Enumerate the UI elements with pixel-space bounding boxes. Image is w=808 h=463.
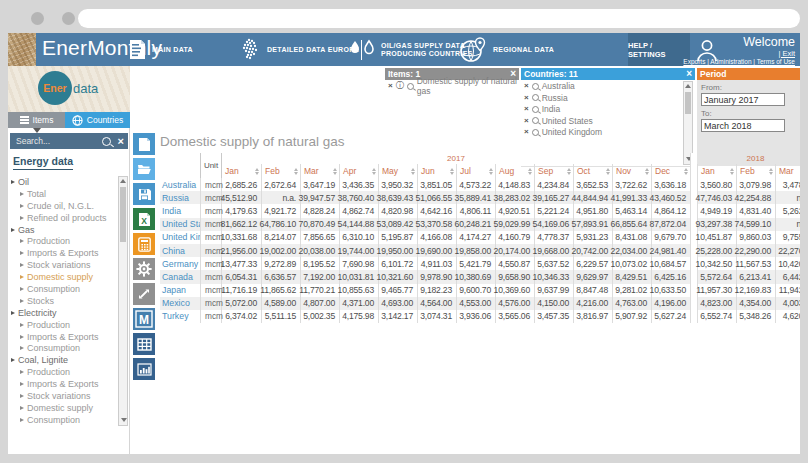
scroll-up-icon[interactable] — [120, 179, 126, 183]
tree-item-refined-oil-products[interactable]: Refined oil products — [11, 212, 117, 224]
period-from-input[interactable] — [701, 93, 785, 106]
sort-icon[interactable] — [372, 168, 376, 175]
settings-gear-button[interactable] — [133, 258, 155, 280]
tree-scrollbar[interactable] — [118, 176, 128, 426]
sort-icon[interactable] — [684, 168, 688, 175]
exit-link[interactable]: | Exit — [778, 49, 795, 58]
month-header[interactable]: Feb — [736, 164, 775, 178]
sort-icon[interactable] — [255, 168, 259, 175]
tree-item-consumption[interactable]: Consumption — [11, 283, 117, 295]
sort-icon[interactable] — [645, 168, 649, 175]
sort-icon[interactable] — [333, 168, 337, 175]
bar-chart-button[interactable] — [133, 358, 155, 380]
zoom-country-icon[interactable] — [532, 117, 539, 124]
tree-item-imports-exports[interactable]: Imports & Exports — [11, 378, 117, 390]
tree-item-domestic-supply[interactable]: Domestic supply — [11, 402, 117, 414]
country-link[interactable]: Mexico — [160, 297, 200, 310]
month-header[interactable]: Jan — [222, 164, 261, 178]
sort-icon[interactable] — [567, 168, 571, 175]
data-grid-button[interactable] — [133, 333, 155, 355]
country-link[interactable]: Russia — [160, 191, 200, 204]
calculator-button[interactable] — [133, 233, 155, 255]
countries-scroll-thumb[interactable] — [685, 92, 691, 114]
tree-item-domestic-supply[interactable]: Domestic supply — [11, 271, 117, 283]
month-header[interactable]: Jul — [456, 164, 495, 178]
month-header[interactable]: Mar — [775, 164, 800, 178]
account-links[interactable]: Exports | Administration | Terms of Use — [683, 58, 795, 65]
nav-item-detailed-data-europe[interactable]: DETAILED DATA EUROPE — [238, 33, 359, 66]
scroll-down-icon[interactable] — [121, 418, 127, 422]
month-header[interactable]: May — [378, 164, 417, 178]
sort-icon[interactable] — [606, 168, 610, 175]
window-dot-1[interactable] — [31, 12, 44, 25]
country-link[interactable]: Japan — [160, 284, 200, 297]
sort-icon[interactable] — [528, 168, 532, 175]
remove-country-icon[interactable]: × — [524, 117, 529, 125]
sort-icon[interactable] — [769, 168, 773, 175]
nav-item-regional-data[interactable]: REGIONAL DATA — [458, 33, 554, 66]
sort-icon[interactable] — [450, 168, 454, 175]
tree-item-consumption[interactable]: Consumption — [11, 342, 117, 354]
sort-icon[interactable] — [489, 168, 493, 175]
new-document-button[interactable] — [133, 133, 155, 155]
month-header[interactable]: Dec — [651, 164, 690, 178]
country-link[interactable]: Australia — [160, 178, 200, 191]
tree-item-consumption[interactable]: Consumption — [11, 414, 117, 426]
info-icon[interactable]: ⓘ — [396, 82, 404, 90]
country-link[interactable]: United States — [160, 218, 200, 231]
zoom-item-icon[interactable] — [407, 83, 414, 90]
month-header[interactable]: Jan — [697, 164, 736, 178]
sort-icon[interactable] — [730, 168, 734, 175]
monthly-m-button[interactable]: M — [133, 308, 155, 330]
month-header[interactable]: Mar — [300, 164, 339, 178]
tree-item-stock-variations[interactable]: Stock variations — [11, 259, 117, 271]
remove-country-icon[interactable]: × — [524, 128, 529, 136]
tree-item-imports-exports[interactable]: Imports & Exports — [11, 331, 117, 343]
save-button[interactable] — [133, 183, 155, 205]
search-clear-icon[interactable]: × — [118, 136, 124, 147]
remove-country-icon[interactable]: × — [524, 82, 529, 90]
tree-item-production[interactable]: Production — [11, 319, 117, 331]
tree-item-electricity[interactable]: Electricity — [11, 307, 117, 319]
tab-items[interactable]: Items — [8, 112, 65, 128]
tree-item-oil[interactable]: Oil — [11, 176, 117, 188]
zoom-country-icon[interactable] — [532, 106, 539, 113]
remove-item-icon[interactable]: × — [388, 82, 393, 90]
countries-panel-close-icon[interactable]: × — [686, 69, 692, 79]
country-link[interactable]: Germany — [160, 257, 200, 270]
window-dot-2[interactable] — [62, 12, 75, 25]
tree-item-imports-exports[interactable]: Imports & Exports — [11, 247, 117, 259]
month-header[interactable]: Jun — [417, 164, 456, 178]
tree-scroll-thumb[interactable] — [120, 187, 126, 242]
scroll-up-icon[interactable] — [685, 84, 691, 88]
remove-country-icon[interactable]: × — [524, 94, 529, 102]
period-to-input[interactable] — [701, 119, 785, 132]
search-input[interactable] — [14, 135, 102, 147]
month-header[interactable]: Aug — [495, 164, 534, 178]
tree-item-production[interactable]: Production — [11, 235, 117, 247]
address-bar[interactable] — [78, 9, 800, 28]
sort-icon[interactable] — [294, 168, 298, 175]
nav-item-oil-gas-supply[interactable]: OIL/GAS SUPPLY DATAPRODUCING COUNTRIES — [348, 33, 473, 66]
country-link[interactable]: Turkey — [160, 310, 200, 323]
zoom-country-icon[interactable] — [532, 94, 539, 101]
search-icon[interactable] — [102, 137, 111, 146]
sort-icon[interactable] — [411, 168, 415, 175]
tree-item-total[interactable]: Total — [11, 188, 117, 200]
open-folder-button[interactable] — [133, 158, 155, 180]
expand-button[interactable] — [133, 283, 155, 305]
country-link[interactable]: China — [160, 244, 200, 257]
country-link[interactable]: Canada — [160, 270, 200, 283]
country-link[interactable]: United Kingdom — [160, 231, 200, 244]
tree-item-production[interactable]: Production — [11, 366, 117, 378]
month-header[interactable]: Feb — [261, 164, 300, 178]
month-header[interactable]: Sep — [534, 164, 573, 178]
zoom-country-icon[interactable] — [532, 129, 539, 136]
nav-item-main-data[interactable]: MAIN DATA — [128, 33, 193, 66]
help-settings-button[interactable]: HELP / SETTINGS — [628, 33, 690, 66]
tree-item-stock-variations[interactable]: Stock variations — [11, 390, 117, 402]
month-header[interactable]: Oct — [573, 164, 612, 178]
export-excel-button[interactable]: X — [133, 208, 155, 230]
tree-item-stocks[interactable]: Stocks — [11, 295, 117, 307]
tree-item-coal-lignite[interactable]: Coal, Lignite — [11, 354, 117, 366]
